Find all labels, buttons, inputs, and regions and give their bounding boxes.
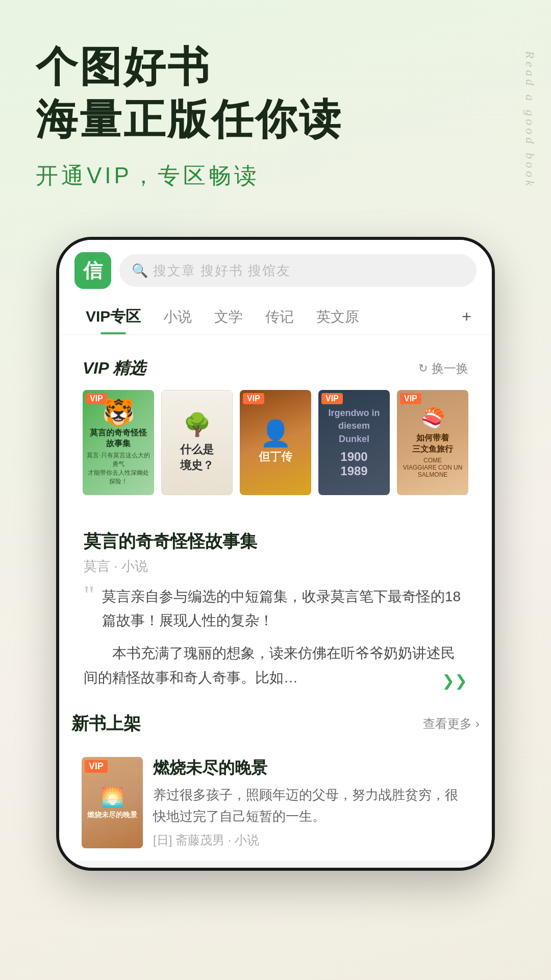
book-cover-5[interactable]: VIP 🍣 如何带着三文鱼旅行 COMEVIAGGIARE CON UNSALM… — [397, 390, 468, 495]
search-box[interactable]: 🔍 搜文章 搜好书 搜馆友 — [119, 254, 477, 287]
book-cover-3[interactable]: VIP 👤 但丁传 — [240, 390, 311, 495]
refresh-button[interactable]: ↻ 换一换 — [418, 360, 468, 377]
new-book-author-1: [日] 斋藤茂男 · 小说 — [153, 832, 469, 848]
phone-container: 信 🔍 搜文章 搜好书 搜馆友 VIP专区 小说 文学 — [0, 227, 551, 871]
new-book-item-1[interactable]: 🌅 燃烧未尽的晚景 VIP 燃烧未尽的晚景 养过很多孩子，照顾年迈的父母，努力战… — [69, 745, 482, 861]
hero-title: 个图好书 海量正版任你读 — [36, 41, 515, 145]
featured-book-quote: " 莫言亲自参与编选的中短篇集，收录莫言笔下最奇怪的18篇故事！展现人性的复杂！ — [84, 584, 467, 633]
featured-book-desc: 本书充满了瑰丽的想象，读来仿佛在听爷爷奶奶讲述民间的精怪故事和奇人奇事。比如… … — [84, 641, 467, 690]
featured-book-card: 莫言的奇奇怪怪故事集 莫言 · 小说 " 莫言亲自参与编选的中短篇集，收录莫言笔… — [69, 514, 482, 705]
book4-art: Irgendwo indiesemDunkel 19001989 — [318, 390, 390, 495]
book3-art: 👤 但丁传 — [240, 390, 311, 495]
featured-book-title: 莫言的奇奇怪怪故事集 — [84, 530, 467, 553]
phone-screen: 信 🔍 搜文章 搜好书 搜馆友 VIP专区 小说 文学 — [59, 240, 492, 861]
app-logo-text: 信 — [83, 258, 103, 284]
book-covers-grid: VIP 🐯 莫言的奇奇怪怪故事集 莫言·只有莫言这么大的勇气才能带你去人性深幽处… — [83, 390, 468, 495]
hero-section: 个图好书 海量正版任你读 开通VIP，专区畅读 Read a good book — [0, 0, 551, 222]
new-books-header: 新书上架 查看更多 › — [69, 712, 482, 736]
book-cover-4[interactable]: VIP Irgendwo indiesemDunkel 19001989 — [318, 390, 390, 495]
expand-icon[interactable]: ❯❯ — [413, 668, 467, 694]
new-book-info-1: 燃烧未尽的晚景 养过很多孩子，照顾年迈的父母，努力战胜贫穷，很快地过完了自己短暂… — [153, 757, 469, 848]
hero-side-text: Read a good book — [523, 51, 537, 189]
new-book-cover-1: 🌅 燃烧未尽的晚景 VIP — [82, 757, 143, 848]
new-book-vip-badge-1: VIP — [85, 760, 108, 773]
search-bar-area: 信 🔍 搜文章 搜好书 搜馆友 — [59, 240, 492, 294]
hero-subtitle: 开通VIP，专区畅读 — [36, 161, 515, 191]
book1-art: 🐯 莫言的奇奇怪怪故事集 莫言·只有莫言这么大的勇气才能带你去人性深幽处探险！ — [83, 390, 154, 495]
see-more-button[interactable]: 查看更多 › — [423, 716, 480, 732]
search-icon: 🔍 — [132, 263, 148, 279]
book5-art: 🍣 如何带着三文鱼旅行 COMEVIAGGIARE CON UNSALMONE — [397, 390, 468, 495]
tab-vip[interactable]: VIP专区 — [74, 299, 152, 334]
new-book-desc-1: 养过很多孩子，照顾年迈的父母，努力战胜贫穷，很快地过完了自己短暂的一生。 — [153, 785, 469, 827]
vip-section-title: VIP 精选 — [83, 357, 145, 380]
nav-tabs: VIP专区 小说 文学 传记 英文原 + — [59, 294, 492, 335]
tab-english[interactable]: 英文原 — [305, 300, 370, 334]
tab-literature[interactable]: 文学 — [203, 300, 254, 334]
vip-section: VIP 精选 ↻ 换一换 VIP 🐯 莫言的奇奇怪怪故事集 — [69, 345, 482, 507]
new-books-section: 新书上架 查看更多 › 🌅 燃烧未尽的晚景 VIP — [69, 712, 482, 861]
refresh-icon: ↻ — [418, 362, 428, 375]
book2-art: 🌳 什么是境史？ — [162, 390, 232, 495]
new-books-title: 新书上架 — [71, 712, 141, 736]
new-book-title-1: 燃烧未尽的晚景 — [153, 757, 469, 779]
tab-biography[interactable]: 传记 — [254, 300, 305, 334]
featured-book-author: 莫言 · 小说 — [84, 557, 467, 575]
phone-mockup: 信 🔍 搜文章 搜好书 搜馆友 VIP专区 小说 文学 — [56, 237, 495, 871]
book-cover-1[interactable]: VIP 🐯 莫言的奇奇怪怪故事集 莫言·只有莫言这么大的勇气才能带你去人性深幽处… — [83, 390, 154, 495]
app-logo: 信 — [74, 252, 111, 289]
vip-section-header: VIP 精选 ↻ 换一换 — [83, 357, 468, 380]
quote-mark: " — [84, 582, 94, 609]
tab-novel[interactable]: 小说 — [152, 300, 203, 334]
nav-plus-button[interactable]: + — [457, 302, 477, 331]
book-cover-2[interactable]: 🌳 什么是境史？ — [161, 390, 233, 495]
search-placeholder: 搜文章 搜好书 搜馆友 — [153, 262, 291, 280]
